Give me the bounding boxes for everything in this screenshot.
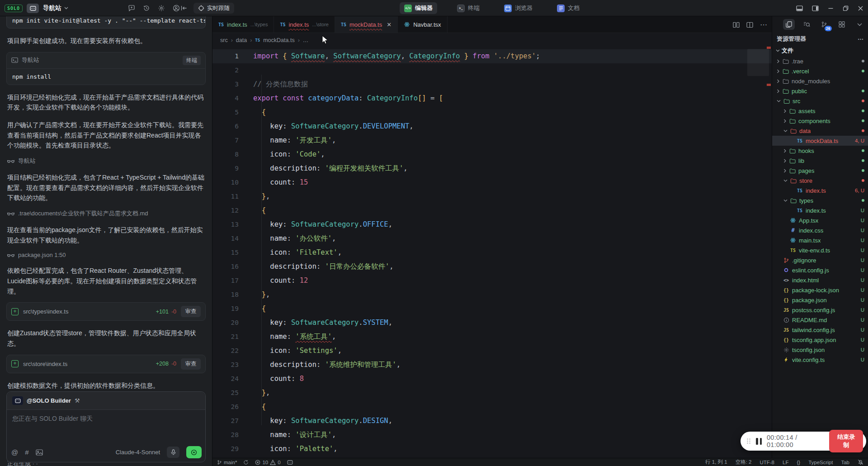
tree-item-.gitignore[interactable]: .gitignoreU <box>772 255 868 265</box>
extensions-icon[interactable] <box>836 19 848 30</box>
sync-status[interactable] <box>243 460 249 465</box>
code-line-28[interactable]: 28 name: '设计工具', <box>212 428 772 442</box>
pause-recording-button[interactable] <box>756 438 762 445</box>
agent-tools-icon[interactable]: ⚒ <box>75 397 80 404</box>
project-switcher[interactable]: 导航站 <box>43 4 68 12</box>
tree-item-assets[interactable]: assets <box>772 106 868 116</box>
tree-item-pages[interactable]: pages <box>772 166 868 176</box>
more-actions-icon[interactable]: ⋯ <box>760 20 767 29</box>
code-line-2[interactable]: 2 <box>212 63 772 77</box>
terminal-command-card[interactable]: 导航站终端npm install <box>6 52 206 85</box>
braces-status[interactable]: {} <box>797 460 800 465</box>
stop-recording-button[interactable]: 结束录制 <box>829 430 863 452</box>
code-line-9[interactable]: 9 description: '编程开发相关软件工具', <box>212 162 772 176</box>
files-section-header[interactable]: 文件 <box>772 45 868 56</box>
eol[interactable]: LF <box>783 460 788 465</box>
close-icon[interactable] <box>858 5 863 11</box>
tab-index-ts-store[interactable]: TS index.ts ...\store <box>274 16 335 33</box>
close-tab-icon[interactable]: ✕ <box>387 21 392 28</box>
code-line-8[interactable]: 8 icon: 'Code', <box>212 147 772 162</box>
code-line-27[interactable]: 27 key: SoftwareCategory.DESIGN, <box>212 414 772 428</box>
code-line-26[interactable]: 26 { <box>212 400 772 414</box>
tree-item-package.json[interactable]: {}package.jsonU <box>772 295 868 305</box>
chat-command-block[interactable]: npm init vite-init@latest -y . "--" --te… <box>6 16 206 29</box>
language-mode[interactable]: TypeScript <box>808 460 833 465</box>
review-button[interactable]: 审查 <box>181 306 201 317</box>
code-viewport[interactable]: 1import { Software, SoftwareCategory, Ca… <box>212 47 772 458</box>
tool-call-row[interactable]: package.json 1:50 <box>7 252 205 258</box>
tree-item-public[interactable]: public <box>772 86 868 96</box>
tree-item-postcss.config.js[interactable]: JSpostcss.config.jsU <box>772 305 868 315</box>
attach-image-icon[interactable] <box>36 449 43 456</box>
toggle-panel-icon[interactable] <box>796 5 803 11</box>
tree-item-.trae[interactable]: .trae <box>772 56 868 66</box>
tree-item-lib[interactable]: lib <box>772 156 868 166</box>
toggle-sidebar-icon[interactable] <box>812 5 819 11</box>
tab-focus-mode[interactable]: Tab <box>841 460 849 465</box>
code-line-6[interactable]: 6 key: SoftwareCategory.DEVELOPMENT, <box>212 119 772 133</box>
collapse-chat-panel-button[interactable] <box>181 0 188 16</box>
chat-input-placeholder[interactable]: 您正在与 SOLO Builder 聊天 <box>7 410 205 428</box>
minimize-icon[interactable] <box>828 5 834 11</box>
code-line-1[interactable]: 1import { Software, SoftwareCategory, Ca… <box>212 49 772 63</box>
live-follow-button[interactable]: 实时跟随 <box>193 3 234 14</box>
code-line-16[interactable]: 16 description: '日常办公必备软件', <box>212 260 772 274</box>
code-line-4[interactable]: 4export const categoryData: CategoryInfo… <box>212 91 772 105</box>
tree-item-data[interactable]: data <box>772 126 868 136</box>
tree-item-mockData.ts[interactable]: TSmockData.ts4, U <box>772 136 868 146</box>
tool-call-row[interactable]: 导航站 <box>7 157 205 165</box>
solo-builder-status-icon[interactable] <box>287 460 293 465</box>
tree-item-vite.config.ts[interactable]: vite.config.tsU <box>772 355 868 365</box>
tree-item-components[interactable]: components <box>772 116 868 126</box>
stop-generation-button[interactable] <box>186 446 202 458</box>
breadcrumb-data[interactable]: data <box>236 37 247 43</box>
tree-item-tailwind.config.js[interactable]: JStailwind.config.jsU <box>772 325 868 335</box>
cursor-position[interactable]: 行 1, 列 1 <box>705 459 727 466</box>
tree-item-src[interactable]: src <box>772 96 868 106</box>
code-line-19[interactable]: 19 { <box>212 302 772 316</box>
split-editor-icon[interactable] <box>733 22 740 28</box>
mention-icon[interactable]: @ <box>11 448 18 456</box>
review-button[interactable]: 审查 <box>181 358 201 370</box>
tool-call-row[interactable]: .trae\documents\企业软件下载站产品需求文档.md <box>7 209 205 218</box>
code-line-21[interactable]: 21 name: '系统工具', <box>212 330 772 344</box>
source-control-icon[interactable]: 26 <box>818 19 830 30</box>
minimap-slider[interactable] <box>747 49 769 76</box>
code-line-3[interactable]: 3// 分类信息数据 <box>212 77 772 91</box>
tree-item-README.md[interactable]: README.mdU <box>772 315 868 325</box>
mode-tab-browser[interactable]: 浏览器 <box>500 2 537 14</box>
breadcrumb-file[interactable]: mockData.ts <box>263 37 294 43</box>
explorer-more-icon[interactable]: ⋯ <box>858 36 863 43</box>
restore-icon[interactable] <box>843 5 849 11</box>
code-line-7[interactable]: 7 name: '开发工具', <box>212 133 772 147</box>
drag-handle[interactable] <box>746 438 751 444</box>
tree-item-vite-env.d.ts[interactable]: TSvite-env.d.tsU <box>772 245 868 255</box>
tree-item-tsconfig.json[interactable]: tsconfig.jsonU <box>772 345 868 355</box>
code-line-24[interactable]: 24 count: 8 <box>212 372 772 386</box>
breadcrumb-symbol[interactable]: … <box>303 37 309 43</box>
tree-item-hooks[interactable]: hooks <box>772 146 868 156</box>
code-line-13[interactable]: 13 key: SoftwareCategory.OFFICE, <box>212 218 772 232</box>
tree-item-index.ts[interactable]: TSindex.tsU <box>772 205 868 215</box>
code-line-29[interactable]: 29 icon: 'Palette', <box>212 442 772 456</box>
code-line-11[interactable]: 11 }, <box>212 190 772 204</box>
code-line-18[interactable]: 18 }, <box>212 288 772 302</box>
tree-item-package-lock.json[interactable]: {}package-lock.jsonU <box>772 285 868 295</box>
editor-layout-icon[interactable] <box>746 22 753 28</box>
solo-builder-icon[interactable] <box>27 4 39 13</box>
explorer-files-icon[interactable] <box>783 19 795 30</box>
tab-navbar-tsx[interactable]: Navbar.tsx <box>398 16 447 33</box>
tree-item-eslint.config.js[interactable]: eslint.config.jsU <box>772 265 868 275</box>
tree-item-App.tsx[interactable]: App.tsxU <box>772 215 868 225</box>
code-line-22[interactable]: 22 icon: 'Settings', <box>212 344 772 358</box>
code-line-14[interactable]: 14 name: '办公软件', <box>212 232 772 246</box>
code-line-10[interactable]: 10 count: 15 <box>212 176 772 190</box>
search-icon[interactable] <box>801 19 812 30</box>
tree-item-index.html[interactable]: <>index.htmlU <box>772 275 868 285</box>
encoding[interactable]: UTF-8 <box>760 460 774 465</box>
new-chat-icon[interactable] <box>128 5 135 12</box>
tree-item-node_modules[interactable]: node_modules <box>772 76 868 86</box>
code-line-12[interactable]: 12 { <box>212 204 772 218</box>
mode-tab-terminal[interactable]: >_ 终端 <box>453 2 484 14</box>
account-icon[interactable] <box>173 5 180 12</box>
